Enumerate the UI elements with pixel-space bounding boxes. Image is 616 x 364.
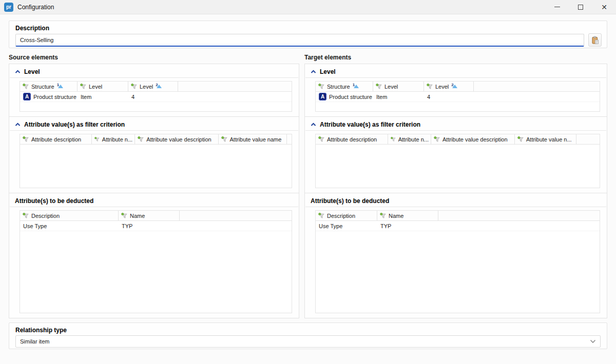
table-header-row: Description Name — [316, 211, 600, 221]
filter-icon[interactable] — [121, 213, 128, 219]
cell-level: Item — [373, 92, 424, 102]
filter-icon[interactable] — [131, 84, 138, 90]
target-level-section: Level Structure 1 Level — [305, 64, 607, 116]
column-header-level-number[interactable]: Level 2 — [128, 82, 178, 91]
column-header-attribute-value-name[interactable]: Attribute value name — [219, 134, 287, 144]
column-header-attribute-value-description[interactable]: Attribute value description — [135, 134, 218, 144]
deducted-section-title: Attribute(s) to be deducted — [15, 197, 93, 205]
attribute-structure-icon: A — [319, 93, 326, 100]
cell-name: TYP — [119, 221, 180, 231]
collapse-chevron-icon[interactable] — [311, 123, 316, 127]
column-header-structure[interactable]: Structure 1 — [20, 82, 78, 91]
filter-icon[interactable] — [80, 84, 87, 90]
attribute-structure-icon: A — [23, 93, 31, 100]
filter-icon[interactable] — [318, 84, 325, 90]
column-header-level-number[interactable]: Level 2 — [424, 82, 474, 91]
source-filter-section: Attribute value(s) as filter criterion A… — [9, 116, 299, 193]
level-section-title: Level — [24, 68, 40, 75]
collapse-chevron-icon[interactable] — [15, 123, 21, 127]
column-header-attribute-name[interactable]: Attribute n... — [92, 134, 135, 144]
titlebar: pr Configuration ✕ — [0, 0, 616, 14]
filter-icon[interactable] — [517, 136, 524, 143]
column-header-empty — [180, 211, 292, 220]
target-level-table: Structure 1 Level Level 2 — [315, 81, 600, 112]
source-elements-title: Source elements — [9, 54, 299, 62]
filter-icon[interactable] — [434, 136, 440, 143]
collapse-chevron-icon[interactable] — [15, 70, 21, 74]
source-panel: Level Structure 1 Level — [9, 64, 299, 318]
filter-icon[interactable] — [318, 213, 325, 219]
target-panel: Level Structure 1 Level — [304, 64, 607, 318]
column-header-attribute-description[interactable]: Attribute description — [316, 134, 388, 144]
table-header-row: Attribute description Attribute n... Att… — [20, 134, 292, 145]
filter-icon[interactable] — [94, 136, 100, 143]
table-empty-area — [316, 102, 600, 111]
relationship-type-select[interactable]: Similar item — [15, 335, 601, 348]
filter-icon[interactable] — [318, 136, 325, 143]
chevron-down-icon — [590, 339, 596, 343]
column-header-name[interactable]: Name — [377, 211, 438, 220]
source-deducted-section: Attribute(s) to be deducted Description … — [9, 193, 299, 318]
filter-icon[interactable] — [391, 136, 396, 143]
table-row[interactable]: Use Type TYP — [20, 221, 292, 231]
cell-description: Use Type — [20, 221, 119, 231]
cell-level-number: 4 — [424, 92, 474, 102]
column-header-description[interactable]: Description — [20, 211, 119, 220]
table-row[interactable]: AProduct structure Item 4 — [20, 92, 292, 102]
maximize-icon — [578, 5, 583, 10]
target-deducted-section: Attribute(s) to be deducted Description … — [305, 193, 607, 318]
column-header-attribute-description[interactable]: Attribute description — [20, 134, 92, 144]
description-input[interactable] — [15, 34, 584, 47]
table-empty-area — [316, 231, 600, 313]
table-header-row: Structure 1 Level Level 2 — [316, 82, 600, 92]
filter-icon[interactable] — [427, 84, 433, 90]
table-empty-area — [316, 145, 600, 188]
relationship-type-label: Relationship type — [15, 327, 601, 334]
filter-icon[interactable] — [376, 84, 382, 90]
maximize-button[interactable] — [569, 0, 592, 14]
deducted-section-title: Attribute(s) to be deducted — [311, 197, 389, 205]
column-header-empty — [576, 134, 600, 144]
table-row[interactable]: Use Type TYP — [316, 221, 600, 231]
table-empty-area — [20, 145, 292, 188]
cell-name: TYP — [377, 221, 438, 231]
column-header-attribute-value-name[interactable]: Attribute value n... — [515, 134, 576, 144]
close-button[interactable]: ✕ — [592, 0, 616, 14]
column-header-attribute-name[interactable]: Attribute n... — [388, 134, 431, 144]
sort-ascending-icon: 1 — [353, 84, 358, 89]
minimize-button[interactable] — [545, 0, 569, 14]
filter-icon[interactable] — [138, 136, 144, 143]
paste-button[interactable] — [588, 33, 602, 47]
column-header-level[interactable]: Level — [373, 82, 424, 91]
table-row[interactable]: AProduct structure Item 4 — [316, 92, 600, 102]
filter-icon[interactable] — [23, 84, 29, 90]
cell-structure: Product structure — [329, 94, 372, 100]
filter-section-title: Attribute value(s) as filter criterion — [320, 121, 420, 128]
sort-ascending-icon: 2 — [452, 84, 457, 89]
app-icon: pr — [4, 3, 13, 12]
target-elements-title: Target elements — [304, 54, 607, 62]
source-column: Source elements Level Structure — [9, 54, 299, 318]
filter-section-title: Attribute value(s) as filter criterion — [24, 121, 125, 128]
collapse-chevron-icon[interactable] — [311, 70, 316, 74]
column-header-empty — [438, 211, 600, 220]
target-column: Target elements Level Structure — [304, 54, 607, 318]
column-header-description[interactable]: Description — [316, 211, 377, 220]
filter-icon[interactable] — [23, 213, 29, 219]
level-section-title: Level — [320, 68, 336, 75]
target-filter-section: Attribute value(s) as filter criterion A… — [305, 116, 607, 193]
close-icon: ✕ — [601, 4, 607, 11]
cell-level: Item — [78, 92, 128, 102]
table-header-row: Attribute description Attribute n... Att… — [316, 134, 600, 145]
filter-icon[interactable] — [23, 136, 29, 143]
source-deducted-table: Description Name Use Type TYP — [20, 210, 292, 313]
filter-icon[interactable] — [380, 213, 387, 219]
cell-description: Use Type — [316, 221, 377, 231]
column-header-name[interactable]: Name — [119, 211, 180, 220]
column-header-attribute-value-description[interactable]: Attribute value description — [431, 134, 515, 144]
column-header-empty — [287, 134, 292, 144]
filter-icon[interactable] — [221, 136, 228, 143]
column-header-structure[interactable]: Structure 1 — [316, 82, 373, 91]
sort-ascending-icon: 1 — [57, 84, 63, 89]
column-header-level[interactable]: Level — [78, 82, 128, 91]
